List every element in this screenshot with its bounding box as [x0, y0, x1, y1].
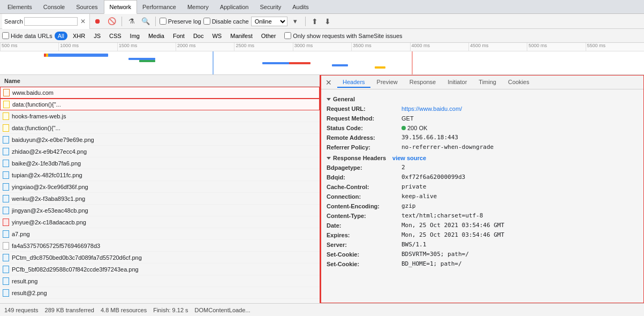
network-row[interactable]: yingxiao@2x-9ce96df36f.png	[0, 181, 320, 193]
disable-cache-checkbox-label[interactable]: Disable cache	[203, 18, 249, 25]
request-url-row: Request URL: https://www.baidu.com/	[327, 104, 638, 113]
general-title: General	[333, 96, 355, 102]
network-row[interactable]: wenku@2x-f3aba893c1.png	[0, 193, 320, 205]
response-header-value: BDSVRTM=305; path=/	[401, 250, 469, 259]
general-section-title[interactable]: General	[327, 96, 638, 102]
remote-address-value: 39.156.66.18:443	[401, 133, 458, 142]
request-url-value[interactable]: https://www.baidu.com/	[401, 104, 462, 113]
row-filename: data:(function(){"...	[12, 101, 317, 108]
record-button[interactable]: ⏺	[92, 16, 104, 27]
network-row[interactable]: hooks-frames-web.js	[0, 110, 320, 122]
network-row[interactable]: PCfb_5bf082d29588c07f842ccde3f97243ea.pn…	[0, 264, 320, 275]
search-close-button[interactable]: ✕	[79, 17, 87, 26]
tab-cookies[interactable]: Cookies	[503, 77, 535, 88]
ruler-tick: 3000 ms	[293, 43, 351, 51]
filter-manifest-button[interactable]: Manifest	[227, 32, 256, 40]
request-method-label: Request Method:	[327, 114, 401, 123]
hide-data-urls-checkbox[interactable]	[2, 32, 9, 39]
samesite-checkbox[interactable]	[284, 32, 291, 39]
network-row[interactable]: PCtm_d9c8750bed0b3c7d089fa7d55720d6cf.pn…	[0, 252, 320, 264]
filter-media-button[interactable]: Media	[145, 32, 168, 40]
ruler-tick: 2000 ms	[176, 43, 234, 51]
row-filename: data:(function(){"...	[12, 125, 317, 131]
network-row[interactable]: a7.png	[0, 228, 320, 240]
response-headers-section-title[interactable]: Response Headers view source	[327, 155, 638, 161]
tab-sources[interactable]: Sources	[71, 0, 103, 14]
tab-initiator[interactable]: Initiator	[442, 77, 472, 88]
response-header-row: Bdqid:0xf72f6a62000099d3	[327, 173, 638, 182]
filter-css-button[interactable]: CSS	[106, 32, 125, 40]
timeline-ruler: 500 ms1000 ms1500 ms2000 ms2500 ms3000 m…	[0, 43, 644, 51]
filter-js-button[interactable]: JS	[90, 32, 104, 40]
tab-preview[interactable]: Preview	[372, 77, 403, 88]
response-header-value: Mon, 25 Oct 2021 03:54:46 GMT	[401, 231, 504, 239]
response-headers-title: Response Headers	[333, 155, 386, 161]
tab-memory[interactable]: Memory	[182, 0, 215, 14]
status-code-label: Status Code:	[327, 124, 401, 132]
tab-audits[interactable]: Audits	[287, 0, 315, 14]
response-header-row: Set-Cookie:BDSVRTM=305; path=/	[327, 250, 638, 259]
filter-button[interactable]: ⚗	[126, 16, 138, 27]
tab-elements[interactable]: Elements	[2, 0, 38, 14]
filter-other-button[interactable]: Other	[258, 32, 279, 40]
request-method-row: Request Method: GET	[327, 114, 638, 123]
network-row[interactable]: data:(function(){"...	[0, 122, 320, 134]
ruler-tick: 1500 ms	[117, 43, 176, 51]
file-type-icon	[3, 89, 10, 96]
network-row[interactable]: result.png	[0, 275, 320, 287]
toolbar-separator-3	[305, 17, 306, 26]
network-row[interactable]: fa4a53757065725f5769466978d3	[0, 240, 320, 252]
response-header-row: Set-Cookie:BD_HOME=1; path=/	[327, 260, 638, 268]
detail-tabs: ✕ Headers Preview Response Initiator Tim…	[321, 76, 643, 89]
tab-console[interactable]: Console	[38, 0, 71, 14]
preserve-log-checkbox[interactable]	[160, 18, 166, 25]
network-row[interactable]: www.baidu.com	[0, 87, 320, 99]
network-row[interactable]: result@2.png	[0, 287, 320, 299]
tab-headers[interactable]: Headers	[337, 77, 370, 88]
throttle-select[interactable]: Online Slow 3G Fast 3G Offline	[251, 17, 287, 26]
detail-content[interactable]: General Request URL: https://www.baidu.c…	[321, 89, 643, 303]
throttle-down-icon[interactable]: ▾	[290, 16, 301, 27]
network-row[interactable]: tupian@2x-482fc011fc.png	[0, 169, 320, 181]
network-row[interactable]: baike@2x-1fe3db7fa6.png	[0, 157, 320, 169]
filter-xhr-button[interactable]: XHR	[70, 32, 88, 40]
filter-doc-button[interactable]: Doc	[190, 32, 207, 40]
response-header-row: Server:BWS/1.1	[327, 240, 638, 249]
timeline-bars	[0, 51, 644, 75]
filter-img-button[interactable]: Img	[127, 32, 143, 40]
samesite-checkbox-label[interactable]: Only show requests with SameSite issues	[284, 32, 402, 39]
export-button[interactable]: ⬇	[322, 16, 333, 27]
response-header-value: BD_HOME=1; path=/	[401, 260, 462, 268]
detail-close-button[interactable]: ✕	[323, 77, 334, 88]
network-row[interactable]: baiduyun@2x-e0be79e69e.png	[0, 134, 320, 146]
network-row[interactable]: zhidao@2x-e9b427ecc4.png	[0, 146, 320, 157]
tab-network[interactable]: Network	[104, 0, 137, 14]
tab-timing[interactable]: Timing	[473, 77, 502, 88]
network-row[interactable]: yinyue@2x-c18adacacb.png	[0, 216, 320, 228]
network-row[interactable]: jingyan@2x-e53eac48cb.png	[0, 205, 320, 216]
disable-cache-checkbox[interactable]	[203, 18, 210, 25]
search-input[interactable]	[24, 17, 78, 26]
tab-performance[interactable]: Performance	[137, 0, 182, 14]
import-button[interactable]: ⬆	[309, 16, 320, 27]
view-source-link[interactable]: view source	[392, 155, 426, 161]
row-filename: result@2.png	[12, 290, 317, 296]
tab-application[interactable]: Application	[215, 0, 255, 14]
network-rows[interactable]: www.baidu.comdata:(function(){"...hooks-…	[0, 87, 320, 303]
row-filename: baike@2x-1fe3db7fa6.png	[12, 160, 317, 167]
row-filename: result.png	[12, 278, 317, 284]
filter-ws-button[interactable]: WS	[209, 32, 225, 40]
filter-font-button[interactable]: Font	[170, 32, 188, 40]
stop-button[interactable]: 🚫	[106, 16, 118, 27]
network-row[interactable]: data:(function(){"...	[0, 99, 320, 110]
ruler-tick: 1000 ms	[58, 43, 117, 51]
search-icon-button[interactable]: 🔍	[140, 16, 151, 27]
tab-response[interactable]: Response	[404, 77, 442, 88]
hide-data-urls-label[interactable]: Hide data URLs	[2, 32, 52, 39]
filter-all-button[interactable]: All	[55, 32, 67, 40]
referrer-policy-label: Referrer Policy:	[327, 143, 401, 152]
timeline-area[interactable]: 500 ms1000 ms1500 ms2000 ms2500 ms3000 m…	[0, 43, 644, 75]
tab-security[interactable]: Security	[254, 0, 287, 14]
preserve-log-checkbox-label[interactable]: Preserve log	[160, 18, 201, 25]
transferred-size: 289 KB transferred	[45, 307, 94, 313]
